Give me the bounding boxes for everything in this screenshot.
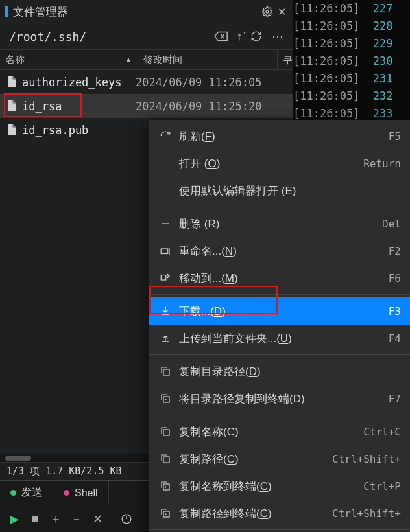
menu-shortcut: Ctrl+Shift+: [332, 507, 401, 520]
menu-label: 下载...(D): [175, 304, 389, 319]
copy-icon: [156, 426, 175, 437]
menu-item[interactable]: 使用默认编辑器打开 (E): [149, 177, 410, 204]
svg-rect-4: [163, 369, 169, 375]
col-ext[interactable]: 쿠: [278, 50, 293, 69]
tab-shell[interactable]: Shell: [53, 481, 109, 505]
dot-icon: [10, 490, 16, 496]
svg-rect-6: [163, 430, 169, 435]
menu-item[interactable]: 上传到当前文件夹...(U)F4: [149, 325, 410, 352]
menu-label: 复制名称到终端(C): [175, 479, 363, 494]
file-icon: [5, 100, 18, 111]
minus-icon: [156, 218, 175, 229]
menu-label: 复制路径(C): [175, 452, 332, 467]
file-row[interactable]: id_rsa2024/06/09 11:25:20: [0, 94, 293, 118]
move-icon: [156, 272, 175, 284]
download-icon: [156, 305, 175, 317]
file-columns: 名称▲ 修改时间 쿠: [0, 49, 293, 70]
close-session-icon[interactable]: ✕: [87, 509, 108, 529]
sort-asc-icon: ▲: [125, 55, 132, 64]
gear-icon[interactable]: [262, 6, 275, 17]
terminal-line: [11:26:05] 227: [293, 0, 410, 17]
terminal-line: [11:26:05] 229: [293, 35, 410, 52]
file-mtime: 2024/06/09 11:26:05: [136, 76, 288, 89]
copyterm-icon: [156, 480, 175, 492]
menu-item[interactable]: 复制目录路径(D): [149, 358, 410, 385]
context-menu: 刷新(F)F5打开 (O)Return使用默认编辑器打开 (E)删除 (R)De…: [149, 120, 410, 532]
menu-item[interactable]: 将目录路径复制到终端(D)F7: [149, 385, 410, 412]
menu-separator: [149, 415, 410, 415]
menu-item[interactable]: 复制名称到终端(C)Ctrl+P: [149, 472, 410, 500]
more-icon[interactable]: ⋯: [269, 29, 287, 43]
close-icon[interactable]: ✕: [275, 6, 288, 18]
menu-label: 删除 (R): [175, 216, 382, 231]
col-name[interactable]: 名称▲: [0, 50, 138, 69]
svg-rect-2: [161, 249, 168, 254]
menu-label: 复制路径到终端(C): [175, 506, 332, 521]
menu-label: 打开 (O): [175, 156, 363, 171]
menu-shortcut: Return: [363, 157, 401, 170]
menu-separator: [149, 207, 410, 207]
menu-shortcut: F5: [389, 130, 401, 143]
menu-item[interactable]: 复制名称(C)Ctrl+C: [149, 418, 410, 445]
menu-label: 上传到当前文件夹...(U): [175, 331, 389, 346]
menu-label: 刷新(F): [175, 129, 389, 144]
terminal-line: [11:26:05] 228: [293, 17, 410, 35]
plus-icon[interactable]: ＋: [45, 509, 66, 529]
refresh-icon: [156, 130, 175, 142]
file-icon: [5, 76, 18, 87]
up-arrow-icon[interactable]: ↑˅: [232, 30, 250, 43]
terminal-pane: [11:26:05] 227[11:26:05] 228[11:26:05] 2…: [293, 0, 410, 122]
terminal-line: [11:26:05] 231: [293, 70, 410, 87]
file-name: id_rsa.pub: [22, 124, 136, 137]
refresh-icon[interactable]: [250, 30, 269, 42]
svg-point-0: [266, 10, 269, 13]
menu-shortcut: Del: [382, 218, 401, 230]
menu-shortcut: F6: [389, 272, 401, 284]
menu-shortcut: F7: [389, 393, 401, 405]
active-indicator: [5, 6, 8, 17]
terminal-line: [11:26:05] 232: [293, 87, 410, 105]
menu-item[interactable]: 打开 (O)Return: [149, 150, 410, 177]
copy-icon: [156, 453, 175, 465]
power-icon[interactable]: [116, 509, 137, 529]
file-name: id_rsa: [22, 100, 136, 113]
scrollbar-thumb[interactable]: [5, 456, 31, 461]
menu-shortcut: Ctrl+Shift+: [332, 453, 401, 465]
file-name: authorized_keys: [22, 76, 136, 89]
menu-label: 复制名称(C): [175, 424, 363, 439]
menu-separator: [149, 294, 410, 295]
menu-label: 将目录路径复制到终端(D): [175, 391, 389, 406]
tab-send[interactable]: 发送: [0, 481, 53, 505]
menu-shortcut: F3: [389, 305, 401, 318]
menu-label: 复制目录路径(D): [175, 364, 401, 379]
panel-header: 文件管理器 ✕: [0, 0, 293, 23]
backspace-icon[interactable]: [214, 31, 232, 41]
copyterm-icon: [156, 507, 175, 519]
menu-separator: [149, 529, 410, 530]
file-icon: [5, 124, 18, 135]
play-icon[interactable]: ▶: [4, 509, 25, 529]
menu-label: 移动到...(M): [175, 271, 389, 286]
menu-shortcut: F4: [389, 332, 401, 345]
menu-item[interactable]: 复制路径(C)Ctrl+Shift+: [149, 445, 410, 472]
menu-item[interactable]: 移动到...(M)F6: [149, 264, 410, 292]
menu-item[interactable]: 重命名...(N)F2: [149, 237, 410, 264]
file-row[interactable]: authorized_keys2024/06/09 11:26:05: [0, 70, 293, 94]
menu-item[interactable]: 复制路径到终端(C)Ctrl+Shift+: [149, 500, 410, 527]
menu-item[interactable]: 刷新(F)F5: [149, 122, 410, 150]
separator: [112, 511, 112, 527]
menu-separator: [149, 354, 410, 355]
menu-item[interactable]: 下载...(D)F3: [149, 297, 410, 325]
copy-icon: [156, 365, 175, 377]
stop-icon[interactable]: ■: [25, 509, 45, 529]
minus-icon[interactable]: －: [66, 509, 87, 529]
svg-rect-3: [161, 275, 166, 281]
menu-label: 使用默认编辑器打开 (E): [175, 183, 401, 198]
copyterm-icon: [156, 393, 175, 404]
path-bar: /root/.ssh/ ↑˅ ⋯: [0, 23, 293, 49]
menu-shortcut: Ctrl+C: [363, 426, 401, 438]
path-text[interactable]: /root/.ssh/: [9, 30, 214, 43]
col-mtime[interactable]: 修改时间: [138, 50, 278, 69]
menu-item[interactable]: 删除 (R)Del: [149, 210, 410, 237]
menu-shortcut: Ctrl+P: [363, 480, 401, 492]
